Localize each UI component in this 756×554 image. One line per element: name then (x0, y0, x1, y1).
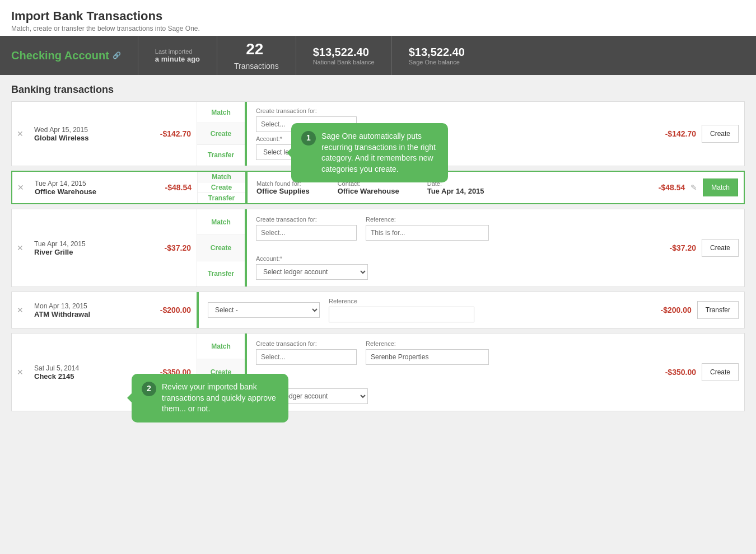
account-link-icon[interactable]: 🔗 (113, 51, 121, 59)
create-select-input[interactable] (256, 225, 357, 241)
account-row: Account:* Select ledger account (256, 255, 368, 280)
tab-create[interactable]: Create (198, 182, 245, 193)
transaction-name: Global Wireless (34, 134, 146, 142)
last-imported-value: a minute ago (155, 55, 200, 63)
sage-balance-amount: $13,522.40 (409, 46, 465, 59)
tooltip-text-2: Review your imported bank transactions a… (162, 382, 278, 415)
tooltip-bubble-1: 1 Sage One automatically puts recurring … (291, 123, 448, 182)
transaction-name: River Grille (34, 248, 146, 256)
page-subtitle: Match, create or transfer the below tran… (11, 25, 745, 32)
sage-balance-label: Sage One balance (409, 59, 465, 65)
contact-value: Office Warehouse (338, 187, 399, 195)
transaction-actions-right: -$350.00 Create (646, 334, 744, 411)
transaction-row: ✕ Tue Apr 14, 2015 River Grille -$37.20 … (11, 209, 745, 287)
banking-transactions-title: Banking transactions (0, 75, 756, 101)
create-transaction-row: Create transaction for: (256, 216, 357, 241)
create-button[interactable]: Create (702, 363, 739, 381)
account-label: Account:* (256, 255, 368, 262)
transfer-account-select[interactable]: Select - (208, 302, 320, 318)
action-content: Select - Reference (199, 292, 641, 328)
action-tabs: Match Create Transfer (197, 102, 247, 166)
tab-match[interactable]: Match (197, 209, 245, 235)
create-button[interactable]: Create (702, 239, 739, 257)
transaction-amount-left: -$37.20 (152, 209, 197, 287)
reference-row: Reference (329, 298, 474, 322)
create-transaction-row: Create transaction for: (256, 340, 357, 365)
account-name-section: Checking Account 🔗 (11, 36, 138, 75)
national-balance-amount: $13,522.40 (313, 46, 375, 59)
reference-input[interactable] (366, 225, 489, 241)
reference-row: Reference: (366, 340, 489, 365)
create-label: Create transaction for: (256, 340, 357, 347)
transaction-actions-right: -$200.00 Transfer (641, 292, 744, 328)
transaction-date: Wed Apr 15, 2015 (34, 126, 146, 134)
transaction-actions-right: -$37.20 Create (646, 209, 744, 287)
amount-right: -$37.20 (651, 243, 696, 252)
page-title: Import Bank Transactions (11, 9, 745, 24)
transaction-date: Tue Apr 14, 2015 (34, 240, 146, 248)
action-content: Create transaction for: Reference: Accou… (247, 334, 646, 411)
transactions-container: ✕ Wed Apr 15, 2015 Global Wireless -$142… (0, 101, 756, 427)
account-bar: Checking Account 🔗 Last imported a minut… (0, 36, 756, 75)
national-balance-section: $13,522.40 National Bank balance (296, 36, 392, 75)
transaction-date: Tue Apr 14, 2015 (35, 180, 147, 187)
tab-transfer[interactable]: Transfer (197, 145, 245, 166)
tab-create[interactable]: Create (197, 235, 245, 261)
national-balance-label: National Bank balance (313, 59, 375, 65)
reference-input[interactable] (366, 349, 489, 365)
create-row-top: Create transaction for: Reference: (256, 216, 489, 241)
transaction-amount-left: -$48.54 (152, 172, 197, 203)
dismiss-button[interactable]: ✕ (12, 102, 29, 166)
amount-right: -$200.00 (647, 306, 692, 314)
transaction-row: ✕ Sat Jul 5, 2014 Check 2145 -$350.00 Ma… (11, 333, 745, 411)
date-value: Tue Apr 14, 2015 (427, 187, 484, 195)
ledger-account-select[interactable]: Select ledger account (256, 264, 368, 280)
create-select-input[interactable] (256, 349, 357, 365)
dismiss-button[interactable]: ✕ (12, 292, 29, 328)
transaction-info: Wed Apr 15, 2015 Global Wireless (29, 102, 152, 166)
transaction-date: Sat Jul 5, 2014 (34, 364, 146, 372)
reference-row: Reference: (366, 216, 489, 241)
amount-right: -$48.54 (640, 183, 685, 192)
tooltip-bubble-2: 2 Review your imported bank transactions… (132, 374, 288, 422)
tooltip-number-2: 2 (142, 382, 156, 396)
amount-right: -$350.00 (651, 368, 696, 377)
account-name-text: Checking Account (11, 49, 109, 62)
reference-label: Reference (329, 298, 474, 304)
transaction-amount-left: -$200.00 (152, 292, 197, 328)
match-found-value: Office Supplies (256, 187, 310, 195)
transaction-info: Tue Apr 14, 2015 Office Warehouse (29, 172, 152, 203)
match-button[interactable]: Match (703, 179, 738, 196)
transaction-name: Check 2145 (34, 372, 146, 381)
edit-icon[interactable]: ✎ (690, 183, 697, 192)
amount-right: -$142.70 (651, 129, 696, 138)
reference-label: Reference: (366, 216, 489, 223)
tab-transfer[interactable]: Transfer (197, 261, 245, 287)
tab-transfer[interactable]: Transfer (198, 193, 245, 203)
tab-match[interactable]: Match (198, 172, 245, 182)
transaction-name: Office Warehouse (35, 187, 147, 196)
tab-match[interactable]: Match (197, 334, 245, 359)
transfer-button[interactable]: Transfer (697, 301, 739, 319)
dismiss-button[interactable]: ✕ (12, 334, 29, 411)
tab-match[interactable]: Match (197, 102, 245, 123)
create-label: Create transaction for: (256, 107, 357, 114)
action-tabs: Match Create Transfer (197, 172, 248, 203)
transactions-count: 22 (246, 40, 263, 58)
create-label: Create transaction for: (256, 216, 357, 223)
transaction-amount-left: -$142.70 (152, 102, 197, 166)
dismiss-button[interactable]: ✕ (12, 209, 29, 287)
tooltip-text-1: Sage One automatically puts recurring tr… (321, 131, 438, 175)
dismiss-button[interactable]: ✕ (12, 172, 29, 203)
action-tabs: Match Create Transfer (197, 209, 247, 287)
account-name[interactable]: Checking Account 🔗 (11, 49, 121, 62)
action-content: Create transaction for: Reference: Accou… (247, 209, 646, 287)
transaction-info: Mon Apr 13, 2015 ATM Withdrawal (29, 292, 152, 328)
transactions-label: Transactions (234, 62, 279, 71)
transfer-select-row: Select - (208, 302, 320, 318)
page-header: Import Bank Transactions Match, create o… (0, 0, 756, 36)
tab-create[interactable]: Create (197, 123, 245, 144)
create-button[interactable]: Create (702, 125, 739, 143)
reference-input[interactable] (329, 307, 474, 322)
reference-label: Reference: (366, 340, 489, 347)
